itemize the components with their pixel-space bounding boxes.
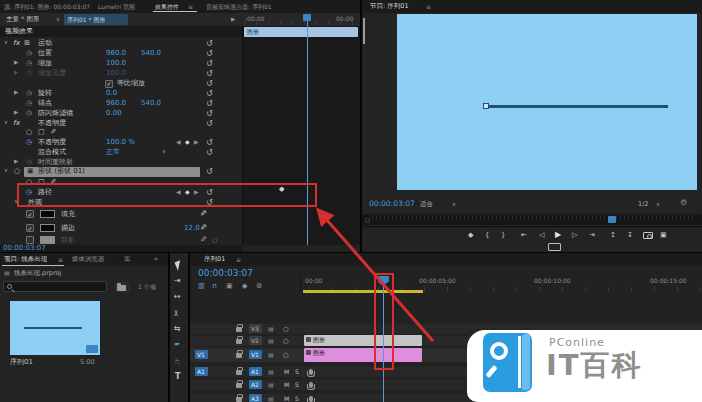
master-clip-label[interactable]: 主要 * 图形 [6,16,39,23]
new-bin-button[interactable] [114,282,130,292]
sync-lock-icon[interactable] [268,369,274,375]
add-marker-icon[interactable] [242,283,247,290]
tab-overflow-icon[interactable] [154,256,158,263]
add-marker-button[interactable] [468,232,473,239]
reset-icon[interactable] [206,168,213,176]
shadow-checkbox[interactable] [26,236,34,244]
ellipse-mask-icon[interactable] [26,129,32,136]
solo-button[interactable]: S [295,396,299,402]
fit-dropdown-icon[interactable] [452,202,456,208]
tab-effect-controls[interactable]: 效果控件 [155,4,179,10]
stopwatch-icon-active[interactable] [26,139,32,146]
tab-source-monitor[interactable]: 源: 序列01: 图形: 00:00:03:07 [4,4,90,10]
stopwatch-icon[interactable] [26,90,32,97]
tab-project[interactable]: 项目: 线条出现 [4,256,47,263]
collapse-icon[interactable] [4,40,8,46]
tab-audio-mixer[interactable]: 音频剪辑混合器: 序列01 [206,4,302,10]
stopwatch-icon[interactable] [26,100,32,107]
snap-magnet-icon[interactable] [212,283,217,290]
lock-icon[interactable] [236,397,242,402]
resolution-dropdown-icon[interactable] [656,202,660,208]
antiflicker-value[interactable]: 0.00 [106,110,122,117]
line-graphic[interactable] [487,105,668,108]
prev-keyframe-icon[interactable] [176,139,181,145]
anchor-y-value[interactable]: 540.0 [141,100,161,107]
panel-menu-icon[interactable] [426,4,431,10]
ec-mini-timeline[interactable] [242,26,360,245]
step-back-button[interactable] [539,232,544,239]
panel-menu-icon[interactable] [188,4,193,10]
uniform-scale-checkbox[interactable] [105,80,113,88]
ripple-edit-tool[interactable] [174,293,181,301]
pen-tool-selected[interactable] [174,341,181,349]
track-select-tool[interactable] [174,277,181,285]
lock-icon[interactable] [236,370,242,375]
reset-icon[interactable] [206,60,213,68]
program-scrollbar[interactable] [363,18,365,44]
track-a2-box[interactable]: A2 [249,380,262,389]
blend-mode-value[interactable]: 正常 [106,149,120,156]
track-a1-box[interactable]: A1 [249,367,262,376]
stroke-checkbox[interactable] [26,224,34,232]
line-anchor-handle[interactable] [483,103,489,109]
reset-icon[interactable] [206,100,213,108]
clip-graphic-v1[interactable]: 图形 [304,348,422,362]
stopwatch-icon[interactable] [26,50,32,57]
ec-clip-bar[interactable]: 图形 [244,27,358,37]
solo-button[interactable]: S [295,369,299,375]
sync-lock-icon[interactable] [268,352,274,358]
ec-playhead-marker[interactable] [303,14,311,21]
voiceover-mic-icon[interactable] [309,369,313,375]
add-keyframe-icon[interactable] [185,139,190,145]
fill-eyedropper-icon[interactable] [200,210,207,218]
extract-button[interactable] [627,232,633,239]
reset-icon[interactable] [206,40,213,48]
shadow-eyedropper-icon[interactable] [200,236,207,244]
pen-mask-icon[interactable] [50,129,56,136]
anchor-x-value[interactable]: 960.0 [106,100,126,107]
razor-tool[interactable] [173,310,181,317]
scale-value[interactable]: 100.0 [106,60,126,67]
search-input[interactable] [3,281,107,292]
panel-menu-icon[interactable] [58,257,63,263]
stroke-width-value[interactable]: 12.0 [184,225,200,232]
reset-icon[interactable] [206,90,213,98]
blend-mode-dropdown-icon[interactable] [162,149,166,155]
program-timecode[interactable]: 00:00:03:07 [369,200,415,208]
nest-insert-icon[interactable] [198,283,205,290]
export-frame-button[interactable] [643,232,653,239]
stopwatch-icon[interactable] [26,60,32,67]
mark-out-button[interactable] [501,232,505,239]
stopwatch-icon[interactable] [26,110,32,117]
fill-color-swatch[interactable] [40,210,55,218]
tab-sequence[interactable]: 序列01 [204,256,225,263]
go-to-out-button[interactable] [589,232,595,239]
track-output-icon[interactable] [283,338,289,345]
sequence-thumbnail[interactable] [10,301,100,355]
lock-icon[interactable] [236,383,242,388]
go-to-in-button[interactable] [521,232,527,239]
sync-lock-icon[interactable] [268,338,274,344]
tab-media-browser[interactable]: 媒体浏览器 [72,256,105,263]
layer-visibility-icon[interactable] [14,168,20,175]
project-filename[interactable]: 线条出现.prproj [14,270,61,277]
playback-resolution-select[interactable]: 1/2 [638,201,648,208]
tab-libraries[interactable]: 库 [124,256,131,263]
sync-lock-icon[interactable] [268,326,274,332]
program-video-frame[interactable] [397,14,697,190]
work-area-bar[interactable] [303,290,423,293]
reset-icon[interactable] [206,149,213,157]
shape-layer-selected-bar[interactable]: 形状 (形状 01) [24,167,200,177]
track-v1-box[interactable]: V1 [249,350,262,359]
stroke-eyedropper-icon[interactable] [200,224,207,232]
mute-button[interactable]: M [284,396,289,402]
comparison-view-button[interactable] [660,232,667,239]
stopwatch-icon[interactable] [26,159,32,166]
timeline-ruler[interactable]: 00:00 00:00:05:00 00:00:10:00 00:00:15:0… [300,276,702,291]
track-output-icon[interactable] [283,326,289,333]
stopwatch-icon[interactable] [26,70,32,77]
voiceover-mic-icon[interactable] [309,396,313,402]
lock-icon[interactable] [236,353,242,358]
expand-icon[interactable] [14,90,18,96]
panel-menu-icon[interactable] [236,257,241,263]
